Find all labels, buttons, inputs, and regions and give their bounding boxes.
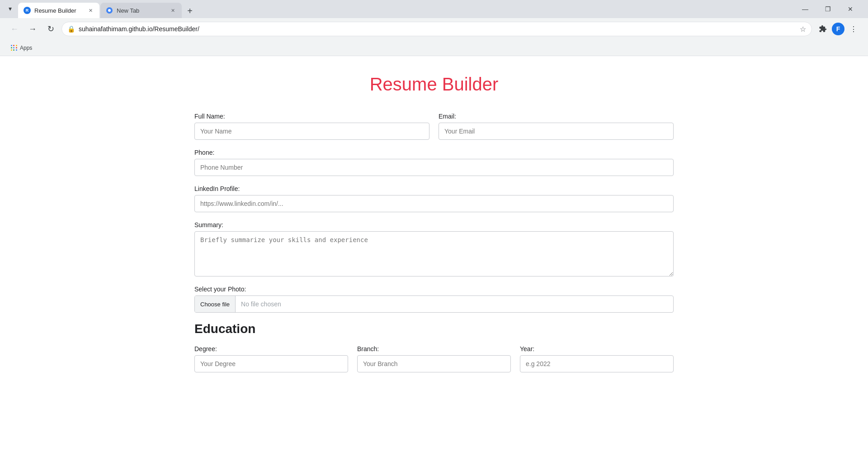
choose-file-button[interactable]: Choose file: [195, 296, 236, 312]
svg-point-1: [108, 9, 111, 12]
navigation-bar: ← → ↻ 🔒 suhainafathimam.github.io/Resume…: [0, 18, 868, 40]
title-bar: ▾ R Resume Builder ✕ New Tab ✕ + — ❐ ✕: [0, 0, 868, 18]
linkedin-input[interactable]: [194, 195, 674, 212]
degree-group: Degree:: [194, 345, 348, 372]
address-text: suhainafathimam.github.io/ResumeBuilder/: [79, 25, 796, 33]
phone-label: Phone:: [194, 149, 674, 156]
tab-list: R Resume Builder ✕ New Tab ✕ +: [18, 0, 793, 18]
summary-row: Summary:: [194, 221, 674, 276]
bookmark-star-icon[interactable]: ☆: [800, 25, 806, 33]
education-section-title: Education: [194, 322, 674, 336]
full-name-group: Full Name:: [194, 113, 429, 140]
new-tab-button[interactable]: +: [184, 5, 196, 17]
name-email-row: Full Name: Email:: [194, 113, 674, 140]
branch-group: Branch:: [357, 345, 511, 372]
year-group: Year:: [520, 345, 674, 372]
page-title: Resume Builder: [194, 74, 674, 95]
page-inner: Resume Builder Full Name: Email: Phone:: [185, 74, 683, 372]
forward-button[interactable]: →: [25, 22, 40, 36]
tab-resume[interactable]: R Resume Builder ✕: [18, 3, 99, 18]
apps-label: Apps: [20, 45, 32, 51]
photo-label: Select your Photo:: [194, 286, 674, 293]
file-input-container: Choose file No file chosen: [194, 295, 674, 313]
file-name-display: No file chosen: [236, 300, 287, 308]
menu-button[interactable]: ⋮: [846, 22, 861, 36]
full-name-input[interactable]: [194, 123, 429, 140]
year-label: Year:: [520, 345, 674, 352]
tab-favicon-newtab: [106, 7, 113, 14]
full-name-label: Full Name:: [194, 113, 429, 120]
address-bar[interactable]: 🔒 suhainafathimam.github.io/ResumeBuilde…: [61, 22, 812, 36]
email-input[interactable]: [439, 123, 674, 140]
page-content: Resume Builder Full Name: Email: Phone:: [0, 56, 868, 462]
phone-input[interactable]: [194, 159, 674, 176]
summary-label: Summary:: [194, 221, 674, 229]
back-button[interactable]: ←: [7, 22, 22, 36]
linkedin-label: LinkedIn Profile:: [194, 185, 674, 192]
lock-icon: 🔒: [67, 25, 75, 33]
summary-group: Summary:: [194, 221, 674, 276]
tab-close-resume[interactable]: ✕: [87, 7, 94, 14]
year-input[interactable]: [520, 355, 674, 372]
tab-title-resume: Resume Builder: [34, 7, 83, 14]
email-label: Email:: [439, 113, 674, 120]
summary-textarea[interactable]: [194, 231, 674, 276]
close-button[interactable]: ✕: [840, 2, 861, 16]
minimize-button[interactable]: —: [795, 2, 816, 16]
degree-label: Degree:: [194, 345, 348, 352]
email-group: Email:: [439, 113, 674, 140]
window-controls: — ❐ ✕: [795, 2, 864, 16]
photo-row: Select your Photo: Choose file No file c…: [194, 286, 674, 313]
tab-newtab[interactable]: New Tab ✕: [100, 3, 182, 18]
branch-input[interactable]: [357, 355, 511, 372]
tab-dropdown-button[interactable]: ▾: [4, 2, 16, 15]
phone-row: Phone:: [194, 149, 674, 176]
tab-close-newtab[interactable]: ✕: [169, 7, 176, 14]
browser-window: ▾ R Resume Builder ✕ New Tab ✕ + — ❐ ✕: [0, 0, 868, 462]
education-row: Degree: Branch: Year:: [194, 345, 674, 372]
photo-group: Select your Photo: Choose file No file c…: [194, 286, 674, 313]
tab-favicon-resume: R: [24, 7, 31, 14]
bookmark-apps[interactable]: Apps: [7, 43, 36, 53]
branch-label: Branch:: [357, 345, 511, 352]
phone-group: Phone:: [194, 149, 674, 176]
bookmarks-bar: Apps: [0, 40, 868, 56]
linkedin-group: LinkedIn Profile:: [194, 185, 674, 212]
linkedin-row: LinkedIn Profile:: [194, 185, 674, 212]
reload-button[interactable]: ↻: [43, 22, 58, 36]
apps-grid-icon: [11, 45, 17, 51]
address-bar-actions: ☆: [800, 25, 806, 33]
degree-input[interactable]: [194, 355, 348, 372]
toolbar-right: F ⋮: [816, 22, 861, 36]
extensions-button[interactable]: [816, 22, 830, 36]
tab-title-newtab: New Tab: [117, 7, 165, 14]
profile-button[interactable]: F: [832, 23, 844, 35]
maximize-button[interactable]: ❐: [817, 2, 838, 16]
